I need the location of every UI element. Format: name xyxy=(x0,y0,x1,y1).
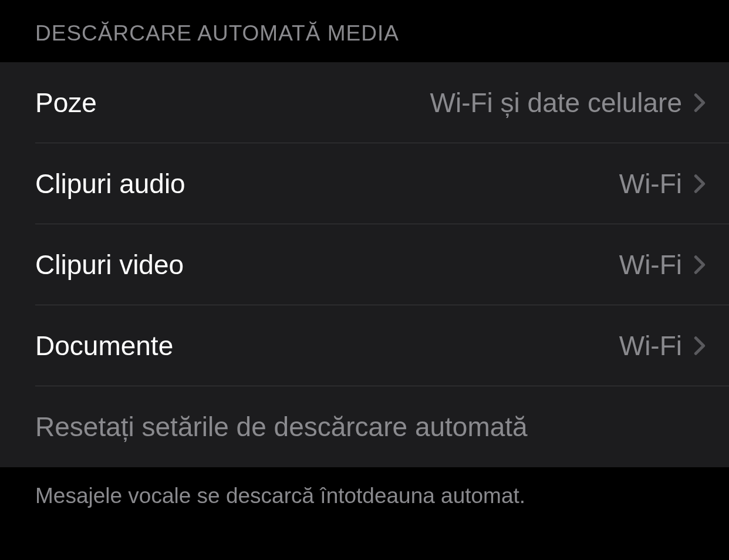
row-value: Wi-Fi xyxy=(619,330,682,362)
row-label: Clipuri audio xyxy=(35,168,185,200)
chevron-right-icon xyxy=(694,255,706,275)
settings-group: Poze Wi-Fi și date celulare Clipuri audi… xyxy=(0,62,729,467)
settings-row-video[interactable]: Clipuri video Wi-Fi xyxy=(0,224,729,305)
row-label: Clipuri video xyxy=(35,249,184,281)
section-header: DESCĂRCARE AUTOMATĂ MEDIA xyxy=(0,0,729,62)
reset-label: Resetați setările de descărcare automată xyxy=(35,411,706,443)
row-value: Wi-Fi și date celulare xyxy=(430,87,682,119)
row-value-container: Wi-Fi xyxy=(619,168,706,200)
row-value-container: Wi-Fi xyxy=(619,249,706,281)
row-value-container: Wi-Fi și date celulare xyxy=(430,87,706,119)
chevron-right-icon xyxy=(694,336,706,356)
settings-row-reset[interactable]: Resetați setările de descărcare automată xyxy=(0,386,729,467)
row-label: Poze xyxy=(35,87,97,119)
chevron-right-icon xyxy=(694,174,706,194)
row-value-container: Wi-Fi xyxy=(619,330,706,362)
settings-row-audio[interactable]: Clipuri audio Wi-Fi xyxy=(0,143,729,224)
chevron-right-icon xyxy=(694,93,706,113)
row-value: Wi-Fi xyxy=(619,249,682,281)
settings-row-photos[interactable]: Poze Wi-Fi și date celulare xyxy=(0,62,729,143)
section-footer: Mesajele vocale se descarcă întotdeauna … xyxy=(0,467,729,529)
row-label: Documente xyxy=(35,330,173,362)
row-value: Wi-Fi xyxy=(619,168,682,200)
settings-row-documents[interactable]: Documente Wi-Fi xyxy=(0,305,729,386)
